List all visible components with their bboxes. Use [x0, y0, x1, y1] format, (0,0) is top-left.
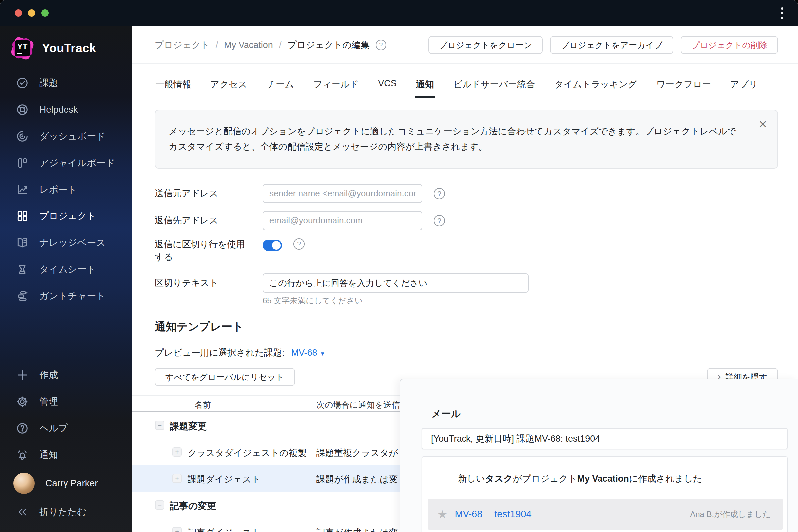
sidebar-item-knowledge-base[interactable]: ナレッジベース: [0, 229, 132, 256]
tab-general[interactable]: 一般情報: [155, 74, 192, 98]
email-body-line: 新しいタスクがプロジェクトMy Vacationに作成されました: [458, 473, 702, 485]
sidebar-item-label: タイムシート: [39, 263, 96, 276]
tab-time-tracking[interactable]: タイムトラッキング: [554, 74, 638, 98]
preview-issue-label: プレビュー用に選択された課題:: [155, 347, 285, 359]
separator-toggle[interactable]: [263, 240, 282, 251]
email-subject-text: [YouTrack, 更新日時] 課題MV-68: test1904: [431, 433, 600, 444]
sidebar-collapse-button[interactable]: 折りたたむ: [0, 499, 132, 525]
close-window-button[interactable]: [15, 9, 22, 17]
separator-text-input[interactable]: [263, 273, 529, 292]
email-subject-field[interactable]: [YouTrack, 更新日時] 課題MV-68: test1904: [422, 428, 788, 449]
expand-row-icon[interactable]: +: [172, 447, 182, 457]
zoom-window-button[interactable]: [41, 9, 49, 17]
collapse-group-icon[interactable]: −: [155, 421, 164, 430]
separator-helper-text: 65 文字未満にしてください: [263, 295, 363, 306]
sidebar-item-label: アジャイルボード: [39, 157, 115, 169]
email-body-preview: 新しいタスクがプロジェクトMy Vacationに作成されました ★ MV-68…: [422, 456, 788, 532]
tab-apps[interactable]: アプリ: [729, 74, 758, 98]
archive-project-button[interactable]: プロジェクトをアーカイブ: [550, 36, 673, 54]
sidebar-item-label: 作成: [39, 369, 58, 381]
youtrack-logo[interactable]: YT YouTrack: [11, 37, 96, 59]
sidebar-item-agile-boards[interactable]: アジャイルボード: [0, 150, 132, 176]
reply-to-input[interactable]: [263, 211, 422, 230]
reply-to-label: 返信先アドレス: [155, 214, 263, 227]
sidebar-item-notifications[interactable]: 通知: [0, 441, 132, 468]
traffic-lights: [15, 9, 49, 17]
sidebar-item-dashboards[interactable]: ダッシュボード: [0, 123, 132, 150]
collapse-group-icon[interactable]: −: [155, 500, 164, 510]
tab-access[interactable]: アクセス: [210, 74, 248, 98]
user-name: Carry Parker: [45, 478, 98, 489]
reset-all-button[interactable]: すべてをグローバルにリセット: [155, 368, 295, 386]
bell-icon: [16, 449, 28, 461]
sidebar-item-reports[interactable]: レポート: [0, 176, 132, 203]
tab-vcs[interactable]: VCS: [377, 74, 397, 98]
sidebar-item-label: 管理: [39, 395, 58, 408]
tab-workflow[interactable]: ワークフロー: [656, 74, 712, 98]
sidebar-footer-nav: 作成 管理 ヘルプ 通知 Carry Parker: [0, 362, 132, 525]
sidebar-item-projects[interactable]: プロジェクト: [0, 203, 132, 229]
from-address-label: 送信元アドレス: [155, 187, 263, 200]
tab-fields[interactable]: フィールド: [312, 74, 360, 98]
info-banner: メッセージと配信のオプションをプロジェクトに適したコミュニケーション方法に合わせ…: [155, 110, 778, 169]
issue-id-link[interactable]: MV-68: [455, 509, 482, 520]
sidebar-item-issues[interactable]: 課題: [0, 70, 132, 96]
sidebar-item-helpdesk[interactable]: Helpdesk: [0, 96, 132, 123]
projects-grid-icon: [16, 210, 28, 223]
email-panel-title: メール: [431, 407, 460, 421]
dashboard-icon: [16, 130, 28, 142]
sidebar-item-label: ダッシュボード: [39, 130, 106, 142]
sidebar-item-create[interactable]: 作成: [0, 362, 132, 388]
sidebar-item-label: ガントチャート: [39, 290, 106, 302]
sidebar-item-timesheets[interactable]: タイムシート: [0, 256, 132, 283]
sidebar-item-label: Helpdesk: [39, 104, 78, 115]
separator-text-label: 区切りテキスト: [155, 277, 263, 290]
expand-row-icon[interactable]: +: [172, 474, 182, 483]
tab-notifications[interactable]: 通知: [415, 74, 435, 98]
separator-toggle-help-icon[interactable]: ?: [293, 239, 305, 250]
window-titlebar: [0, 0, 798, 26]
delete-project-button[interactable]: プロジェクトの削除: [681, 36, 778, 54]
breadcrumb: プロジェクト / My Vacation / プロジェクトの編集 ?: [155, 39, 386, 51]
main-content: プロジェクト / My Vacation / プロジェクトの編集 ? プロジェク…: [132, 26, 798, 532]
star-icon: ★: [437, 508, 447, 521]
breadcrumb-projects-link[interactable]: プロジェクト: [155, 39, 210, 51]
sidebar-item-label: 折りたたむ: [39, 506, 87, 518]
separator-helper-row: 65 文字未満にしてください: [155, 295, 778, 306]
sidebar: YT YouTrack 課題 Helpdesk ダッシュボード: [0, 26, 132, 532]
reply-to-help-icon[interactable]: ?: [434, 215, 445, 226]
question-circle-icon: [16, 422, 28, 435]
sidebar-item-gantt-charts[interactable]: ガントチャート: [0, 283, 132, 309]
sidebar-item-label: 通知: [39, 449, 58, 461]
breadcrumb-separator: /: [216, 40, 218, 50]
app-window: YT YouTrack 課題 Helpdesk ダッシュボード: [0, 0, 798, 532]
sidebar-user-profile[interactable]: Carry Parker: [0, 468, 132, 499]
column-header-condition: 次の場合に通知を送信し: [316, 399, 408, 410]
check-circle-icon: [16, 77, 28, 90]
column-header-name: 名前: [194, 399, 211, 410]
expand-row-icon[interactable]: +: [172, 527, 182, 532]
breadcrumb-project-link[interactable]: My Vacation: [224, 40, 273, 50]
kebab-menu-icon[interactable]: [775, 6, 789, 20]
sidebar-item-administration[interactable]: 管理: [0, 388, 132, 415]
app-name: YouTrack: [42, 41, 96, 55]
minimize-window-button[interactable]: [28, 9, 35, 17]
separator-text-row: 区切りテキスト: [155, 273, 778, 292]
sidebar-item-help[interactable]: ヘルプ: [0, 415, 132, 441]
tab-team[interactable]: チーム: [266, 74, 294, 98]
hourglass-icon: [16, 263, 28, 276]
preview-issue-row: プレビュー用に選択された課題: MV-68 ▼: [155, 347, 778, 359]
tab-build-server[interactable]: ビルドサーバー統合: [453, 74, 536, 98]
from-address-input[interactable]: [263, 184, 422, 203]
project-actions: プロジェクトをクローン プロジェクトをアーカイブ プロジェクトの削除: [428, 36, 778, 54]
close-icon[interactable]: ✕: [758, 119, 767, 130]
from-address-help-icon[interactable]: ?: [434, 188, 445, 199]
from-address-row: 送信元アドレス ?: [155, 184, 778, 203]
separator-toggle-label: 返信に区切り行を使用する: [155, 239, 251, 264]
page-help-icon[interactable]: ?: [376, 40, 386, 50]
settings-tabs: 一般情報 アクセス チーム フィールド VCS 通知 ビルドサーバー統合 タイム…: [155, 74, 778, 98]
clone-project-button[interactable]: プロジェクトをクローン: [428, 36, 543, 54]
issue-summary-link[interactable]: test1904: [494, 509, 531, 520]
collapse-chevrons-icon: [16, 506, 28, 518]
preview-issue-selector[interactable]: MV-68 ▼: [291, 348, 325, 358]
